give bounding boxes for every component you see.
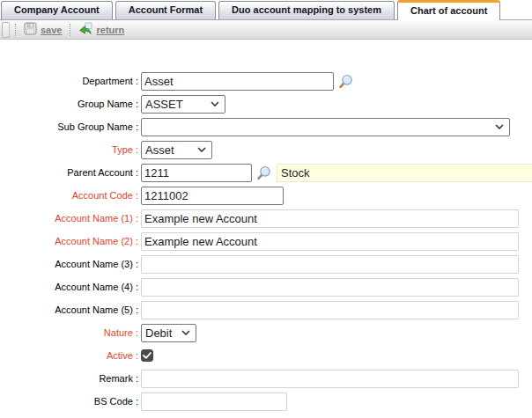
parent-account-label: Parent Account : [0, 167, 141, 178]
parent-account-search-icon[interactable] [256, 165, 271, 180]
return-button[interactable]: return [76, 21, 127, 38]
sub-group-name-select[interactable] [141, 118, 510, 136]
form-row-sub-group-name: Sub Group Name : [0, 115, 532, 138]
remark-input[interactable] [141, 370, 519, 388]
green-return-arrow-icon [78, 22, 92, 37]
return-button-label: return [96, 25, 124, 35]
save-button[interactable]: save [21, 21, 64, 38]
chevron-down-icon [211, 101, 219, 106]
group-name-select[interactable]: ASSET [141, 95, 225, 114]
account-name-3-label: Account Name (3) : [0, 259, 141, 269]
toolbar-separator [15, 24, 16, 36]
sub-group-name-label: Sub Group Name : [0, 121, 141, 132]
account-name-5-input[interactable] [141, 301, 519, 319]
tab-company-account[interactable]: Company Account [1, 1, 113, 19]
form-row-account-code: Account Code : [0, 184, 532, 207]
form-row-remark: Remark : [0, 367, 532, 390]
form-row-department: Department : [0, 70, 532, 92]
parent-account-name-display: Stock [277, 164, 532, 182]
tab-strip: Company Account Account Format Duo accou… [0, 0, 532, 20]
form-row-type: Type : Asset [0, 138, 532, 161]
remark-label: Remark : [0, 373, 141, 384]
nature-label: Nature : [0, 327, 141, 338]
form-row-account-name-5: Account Name (5) : [0, 298, 532, 321]
toolbar-separator [70, 24, 70, 36]
account-name-1-input[interactable] [141, 209, 519, 228]
toolbar: save return [0, 20, 532, 40]
chevron-down-icon [181, 330, 190, 335]
floppy-disk-icon [24, 22, 37, 37]
account-name-4-label: Account Name (4) : [0, 282, 141, 292]
account-name-2-input[interactable] [141, 232, 519, 251]
form-row-group-name: Group Name : ASSET [0, 92, 532, 115]
type-selected-value: Asset [145, 143, 174, 157]
bs-code-label: BS Code : [0, 396, 141, 407]
account-code-label: Account Code : [0, 190, 141, 201]
chart-of-account-form: Department : Group Name : ASSET Sub [0, 40, 532, 413]
department-input[interactable] [141, 72, 334, 91]
account-name-1-label: Account Name (1) : [0, 213, 141, 224]
group-name-label: Group Name : [0, 99, 141, 109]
account-code-input[interactable] [141, 187, 284, 205]
tab-account-format[interactable]: Account Format [115, 1, 216, 19]
account-name-2-label: Account Name (2) : [0, 236, 141, 246]
account-name-3-input[interactable] [141, 255, 519, 274]
department-label: Department : [0, 76, 141, 86]
nature-select[interactable]: Debit [141, 324, 196, 342]
form-row-account-name-1: Account Name (1) : [0, 207, 532, 230]
account-name-4-input[interactable] [141, 278, 519, 297]
form-row-parent-account: Parent Account : Stock [0, 161, 532, 184]
form-row-account-name-4: Account Name (4) : [0, 275, 532, 298]
toolbar-grip-handle[interactable] [2, 22, 10, 38]
parent-account-input[interactable] [141, 164, 252, 182]
nature-selected-value: Debit [145, 326, 172, 340]
chevron-down-icon [495, 124, 504, 129]
form-row-account-name-2: Account Name (2) : [0, 230, 532, 253]
form-row-active: Active : [0, 344, 532, 367]
chevron-down-icon [197, 147, 206, 152]
type-select[interactable]: Asset [141, 141, 212, 159]
tab-duo-account-mapping[interactable]: Duo account mapping to system [218, 1, 395, 19]
account-name-5-label: Account Name (5) : [0, 304, 141, 315]
active-label: Active : [0, 350, 141, 361]
bs-code-input[interactable] [141, 392, 287, 411]
active-checkbox[interactable] [141, 349, 153, 362]
department-search-icon[interactable] [338, 74, 353, 89]
form-row-account-name-3: Account Name (3) : [0, 253, 532, 275]
tab-chart-of-account[interactable]: Chart of account [397, 0, 500, 20]
type-label: Type : [0, 144, 141, 155]
save-button-label: save [41, 25, 62, 35]
form-row-nature: Nature : Debit [0, 321, 532, 344]
group-name-selected-value: ASSET [145, 98, 183, 111]
form-row-bs-code: BS Code : [0, 390, 532, 413]
